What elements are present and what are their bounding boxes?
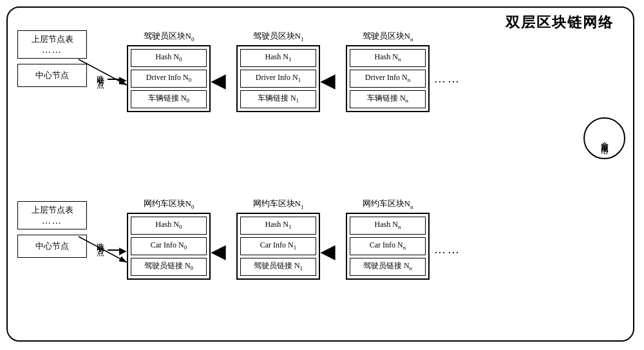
top-ellipsis: ……	[434, 72, 461, 86]
car-block-n: 网约车区块Nn Hash Nn Car Info Nn 驾驶员链接 Nn	[346, 198, 430, 280]
car-arrow-n-1: ◀	[321, 241, 335, 262]
driver-block-0-title: 驾驶员区块N0	[127, 30, 211, 43]
driver-block-1: 驾驶员区块N1 Hash N1 Driver Info N1 车辆链接 N1	[236, 30, 320, 112]
bottom-node-table: 上层节点表 ……	[17, 201, 87, 229]
full-network-label: 全节点网络	[599, 135, 610, 142]
car-block-0-title: 网约车区块N0	[127, 198, 211, 210]
driver-block-0-link: 车辆链接 N0	[131, 90, 207, 108]
car-block-1-box: Hash N1 Car Info N1 驾驶员链接 N1	[236, 213, 320, 280]
driver-block-0-hash: Hash N0	[131, 49, 207, 67]
car-block-n-info: Car Info Nn	[350, 237, 426, 255]
driver-block-n-title: 驾驶员区块Nn	[346, 30, 430, 43]
car-arrow-1-0: ◀	[211, 241, 225, 262]
car-block-n-hash: Hash Nn	[350, 217, 426, 235]
bottom-node-table-label: 上层节点表	[22, 204, 82, 216]
driver-block-1-title: 驾驶员区块N1	[236, 30, 320, 43]
driver-block-n-link: 车辆链接 Nn	[350, 90, 426, 108]
top-diagonal-arrow	[72, 53, 137, 92]
car-block-1-hash: Hash N1	[240, 217, 316, 235]
car-block-0-box: Hash N0 Car Info N0 驾驶员链接 N0	[127, 213, 211, 280]
driver-arrow-1-0: ◀	[211, 70, 225, 92]
car-block-1-title: 网约车区块N1	[236, 198, 320, 210]
driver-block-n-box: Hash Nn Driver Info Nn 车辆链接 Nn	[346, 45, 430, 112]
driver-block-0-box: Hash N0 Driver Info N0 车辆链接 N0	[127, 45, 211, 112]
bottom-diagonal-arrow	[72, 230, 137, 269]
car-block-1: 网约车区块N1 Hash N1 Car Info N1 驾驶员链接 N1	[236, 198, 320, 280]
car-block-n-title: 网约车区块Nn	[346, 198, 430, 210]
driver-block-1-box: Hash N1 Driver Info N1 车辆链接 N1	[236, 45, 320, 112]
svg-line-3	[79, 237, 127, 262]
driver-block-n-info: Driver Info Nn	[350, 70, 426, 88]
car-block-0: 网约车区块N0 Hash N0 Car Info N0 驾驶员链接 N0	[127, 198, 211, 280]
driver-block-0: 驾驶员区块N0 Hash N0 Driver Info N0 车辆链接 N0	[127, 30, 211, 112]
svg-line-1	[79, 59, 127, 85]
bottom-ellipsis: ……	[434, 243, 461, 257]
bottom-dots: ……	[22, 216, 82, 226]
driver-arrow-n-1: ◀	[321, 70, 335, 92]
car-block-0-info: Car Info N0	[131, 237, 207, 255]
driver-block-n: 驾驶员区块Nn Hash Nn Driver Info Nn 车辆链接 Nn	[346, 30, 430, 112]
page-title: 双层区块链网络	[506, 13, 614, 32]
full-network-circle: 全节点网络	[583, 117, 625, 159]
car-block-n-box: Hash Nn Car Info Nn 驾驶员链接 Nn	[346, 213, 430, 280]
outer-frame: 双层区块链网络 上层节点表 …… 中心节点 上层节点表 …… 中心节点 选取节点…	[6, 6, 634, 342]
driver-block-0-info: Driver Info N0	[131, 70, 207, 88]
top-node-table-label: 上层节点表	[22, 34, 82, 45]
driver-block-1-info: Driver Info N1	[240, 70, 316, 88]
driver-block-1-link: 车辆链接 N1	[240, 90, 316, 108]
car-block-n-link: 驾驶员链接 Nn	[350, 258, 426, 276]
driver-block-n-hash: Hash Nn	[350, 49, 426, 67]
car-block-1-link: 驾驶员链接 N1	[240, 258, 316, 276]
car-block-1-info: Car Info N1	[240, 237, 316, 255]
driver-block-1-hash: Hash N1	[240, 49, 316, 67]
car-block-0-hash: Hash N0	[131, 217, 207, 235]
car-block-0-link: 驾驶员链接 N0	[131, 258, 207, 276]
